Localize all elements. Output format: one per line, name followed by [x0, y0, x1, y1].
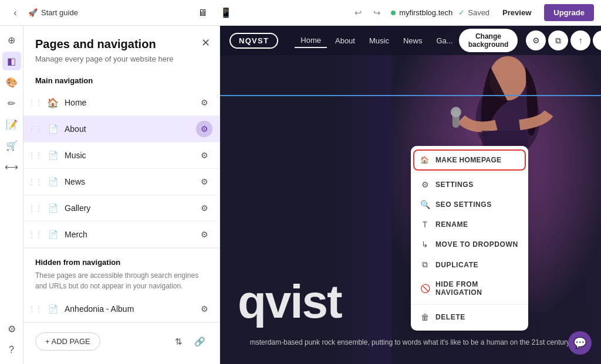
online-status-dot [391, 11, 396, 15]
nav-item-music[interactable]: ⋮⋮ 📄 Music ⚙ [23, 142, 220, 169]
redo-button[interactable]: ↪ [369, 5, 385, 21]
nav-item-merch[interactable]: ⋮⋮ 📄 Merch ⚙ [23, 222, 220, 248]
settings-menu-label: SETTINGS [435, 181, 474, 189]
gallery-settings-button[interactable]: ⚙ [196, 200, 212, 216]
start-guide-button[interactable]: 🚀 Start guide [28, 8, 78, 17]
edit-icon[interactable]: ✏ [2, 94, 21, 113]
duplicate-action-button[interactable]: ⧉ [548, 30, 568, 50]
saved-status: ✓ Saved [458, 8, 489, 17]
site-name[interactable]: myfirstblog.tech [391, 8, 453, 17]
settings-menu-icon: ⚙ [420, 180, 430, 189]
start-guide-label: Start guide [41, 8, 78, 17]
sidebar-panel: Pages and navigation Manage every page o… [23, 26, 220, 364]
page-name-about: About [65, 124, 196, 134]
add-icon[interactable]: ⊕ [2, 30, 21, 49]
duplicate-menu-item[interactable]: ⧉ DUPLICATE [411, 254, 528, 275]
nav-item-news[interactable]: ⋮⋮ 📄 News ⚙ [23, 169, 220, 195]
rename-menu-item[interactable]: T RENAME [411, 215, 528, 234]
anhedonia-settings-button[interactable]: ⚙ [196, 301, 212, 317]
hero-text: qvist [238, 275, 342, 329]
delete-menu-item[interactable]: 🗑 DELETE [411, 307, 528, 327]
drag-handle[interactable]: ⋮⋮ [28, 230, 42, 239]
settings-action-button[interactable]: ⚙ [526, 30, 546, 50]
help-icon[interactable]: ? [2, 341, 21, 359]
topbar-center: 🖥 📱 [193, 4, 235, 22]
store-icon[interactable]: 🛒 [2, 136, 21, 155]
preview-nav-home[interactable]: Home [295, 33, 327, 48]
delete-menu-label: DELETE [435, 313, 465, 321]
gallery-page-icon: 📄 [46, 201, 60, 215]
preview-nav-about[interactable]: About [329, 34, 361, 47]
move-up-action-button[interactable]: ↑ [570, 30, 590, 50]
undo-button[interactable]: ↩ [350, 5, 366, 21]
drag-handle[interactable]: ⋮⋮ [28, 151, 42, 159]
drag-handle[interactable]: ⋮⋮ [28, 98, 42, 107]
selection-line [220, 95, 601, 96]
merch-settings-button[interactable]: ⚙ [196, 226, 212, 243]
preview-button[interactable]: Preview [495, 5, 538, 21]
hide-from-navigation-menu-item[interactable]: 🚫 HIDE FROM NAVIGATION [411, 275, 528, 302]
drag-handle[interactable]: ⋮⋮ [28, 204, 42, 212]
settings-menu-item[interactable]: ⚙ SETTINGS [411, 175, 528, 195]
news-settings-button[interactable]: ⚙ [196, 174, 212, 190]
home-settings-button[interactable]: ⚙ [196, 94, 212, 111]
preview-nav-gallery[interactable]: Ga... [430, 34, 458, 47]
blog-icon[interactable]: 📝 [2, 115, 21, 134]
translate-icon[interactable]: ⟷ [2, 157, 21, 176]
hide-menu-icon: 🚫 [420, 284, 430, 293]
music-settings-button[interactable]: ⚙ [196, 147, 212, 164]
move-menu-icon: ↳ [420, 240, 430, 249]
seo-settings-menu-label: SEO SETTINGS [435, 200, 492, 209]
page-name-gallery: Gallery [65, 203, 196, 213]
site-logo: NQVST [229, 33, 278, 49]
nav-item-about[interactable]: ⋮⋮ 📄 About ⚙ [23, 116, 220, 142]
hide-from-navigation-label: HIDE FROM NAVIGATION [435, 280, 519, 297]
nav-item-gallery[interactable]: ⋮⋮ 📄 Gallery ⚙ [23, 195, 220, 222]
seo-settings-menu-item[interactable]: 🔍 SEO SETTINGS [411, 195, 528, 215]
home-page-icon: 🏠 [46, 96, 60, 110]
duplicate-menu-icon: ⧉ [420, 260, 430, 270]
chat-bubble-button[interactable]: 💬 [568, 331, 592, 355]
nav-item-home[interactable]: ⋮⋮ 🏠 Home ⚙ [23, 90, 220, 116]
add-page-icons: ⇅ 🔗 [170, 334, 208, 350]
preview-topbar: NQVST Home About Music News Ga... Change… [220, 26, 601, 55]
close-sidebar-button[interactable]: ✕ [201, 36, 210, 49]
context-menu: 🏠 MAKE HOMEPAGE ⚙ SETTINGS 🔍 SEO SETTING… [411, 146, 528, 331]
hidden-section-desc: These pages are accessible through searc… [35, 270, 208, 291]
saved-label: Saved [468, 8, 489, 17]
rename-menu-icon: T [420, 220, 430, 229]
theme-icon[interactable]: 🎨 [2, 73, 21, 91]
move-to-dropdown-label: MOVE TO DROPDOWN [435, 240, 518, 249]
move-to-dropdown-menu-item[interactable]: ↳ MOVE TO DROPDOWN [411, 234, 528, 254]
drag-handle[interactable]: ⋮⋮ [28, 305, 42, 313]
link-icon[interactable]: 🔗 [191, 334, 208, 350]
news-page-icon: 📄 [46, 175, 60, 189]
global-topbar: ‹ 🚀 Start guide 🖥 📱 ↩ ↪ myfirstblog.tech… [0, 0, 601, 26]
about-settings-button[interactable]: ⚙ [196, 121, 212, 137]
hidden-section-title: Hidden from navigation [35, 258, 208, 267]
desktop-device-button[interactable]: 🖥 [193, 4, 212, 22]
drag-handle[interactable]: ⋮⋮ [28, 125, 42, 133]
page-name-anhedonia: Anhedonia - Album [65, 304, 196, 314]
sort-icon[interactable]: ⇅ [170, 334, 187, 350]
upgrade-button[interactable]: Upgrade [544, 4, 594, 21]
site-name-label: myfirstblog.tech [399, 8, 453, 17]
mobile-device-button[interactable]: 📱 [217, 4, 235, 22]
hero-subtitle: msterdam-based punk rock ensemble, putti… [220, 338, 601, 346]
home-menu-icon: 🏠 [420, 156, 430, 164]
rename-menu-label: RENAME [435, 220, 468, 229]
settings-icon[interactable]: ⚙ [2, 319, 21, 338]
undo-redo-group: ↩ ↪ [350, 5, 385, 21]
preview-nav-news[interactable]: News [397, 34, 428, 47]
back-button[interactable]: ‹ [7, 5, 23, 21]
pages-icon[interactable]: ◧ [2, 52, 21, 70]
add-page-button[interactable]: + ADD PAGE [35, 332, 100, 351]
preview-nav: NQVST Home About Music News Ga... [229, 33, 459, 49]
make-homepage-menu-item[interactable]: 🏠 MAKE HOMEPAGE [414, 151, 525, 169]
make-homepage-label: MAKE HOMEPAGE [435, 156, 501, 164]
preview-nav-music[interactable]: Music [363, 34, 395, 47]
drag-handle[interactable]: ⋮⋮ [28, 178, 42, 186]
change-background-button[interactable]: Change background [459, 29, 518, 52]
download-action-button[interactable]: ↓ [593, 30, 601, 50]
nav-item-anhedonia[interactable]: ⋮⋮ 📄 Anhedonia - Album ⚙ [23, 296, 220, 322]
